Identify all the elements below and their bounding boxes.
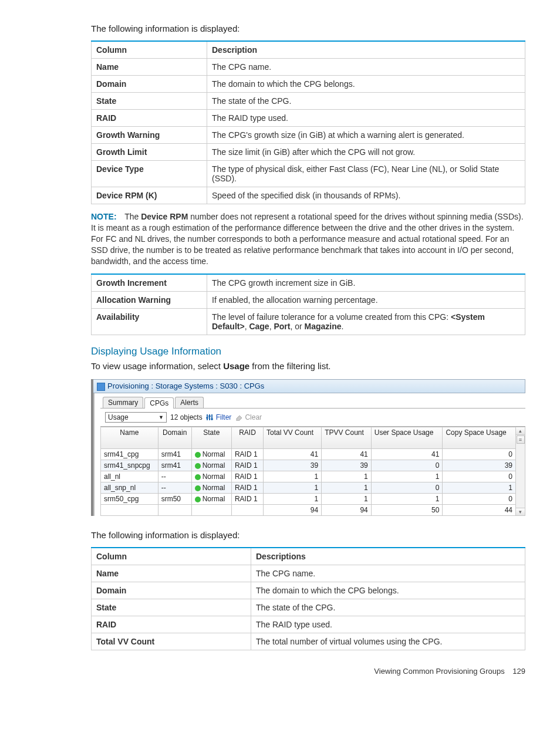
status-dot-icon	[195, 497, 201, 502]
tab-summary[interactable]: Summary	[103, 397, 143, 408]
window-title-bar: Provisioning : Storage Systems : S030 : …	[93, 379, 525, 393]
totals-row: 94 94 50 44	[101, 505, 516, 516]
tab-alerts[interactable]: Alerts	[175, 397, 204, 408]
table-row: Device TypeThe type of physical disk, ei…	[92, 161, 525, 187]
table-row[interactable]: all_snp_nl -- Normal RAID 1 1 1 0 1	[101, 482, 516, 494]
usage-instruction: To view usage information, select Usage …	[91, 361, 525, 371]
status-dot-icon	[195, 452, 201, 458]
svg-marker-6	[237, 416, 242, 421]
column-header-user-space[interactable]: User Space Usage	[371, 427, 443, 449]
column-header-domain[interactable]: Domain	[158, 427, 191, 449]
table-row: StateThe state of the CPG.	[92, 93, 525, 110]
page-footer: Viewing Common Provisioning Groups 129	[91, 667, 525, 676]
table-row: RAIDThe RAID type used.	[92, 110, 525, 127]
svg-rect-1	[209, 414, 210, 420]
table-row[interactable]: srm41_snpcpg srm41 Normal RAID 1 39 39 0…	[101, 460, 516, 471]
status-dot-icon	[195, 463, 201, 469]
vertical-scrollbar[interactable]: ▴ ≡ ▾	[516, 427, 525, 516]
toolbar: Usage ▼ 12 objects Filter Clear	[100, 408, 525, 427]
tab-cpgs[interactable]: CPGs	[144, 397, 174, 409]
scroll-thumb[interactable]: ≡	[517, 436, 525, 444]
table-row: NameThe CPG name.	[92, 565, 525, 582]
table-row: Total VV CountThe total number of virtua…	[92, 633, 525, 650]
column-header-total-vv[interactable]: Total VV Count	[264, 427, 322, 449]
clear-button[interactable]: Clear	[235, 413, 262, 421]
column-header-copy-space[interactable]: Copy Space Usage	[443, 427, 516, 449]
object-count-label: 12 objects	[170, 413, 203, 421]
table-row: DomainThe domain to which the CPG belong…	[92, 76, 525, 93]
chevron-down-icon: ▼	[158, 414, 164, 420]
intro-text-2: The following information is displayed:	[91, 530, 525, 540]
svg-rect-3	[206, 417, 208, 418]
table-header: Description	[207, 41, 525, 59]
filter-button[interactable]: Filter	[206, 413, 232, 421]
intro-text-1: The following information is displayed:	[91, 23, 525, 33]
table-header: Column	[92, 41, 207, 59]
page-number: 129	[512, 667, 525, 676]
usage-grid: Name Domain State RAID Total VV Count TP…	[100, 427, 516, 516]
table-row[interactable]: srm50_cpg srm50 Normal RAID 1 1 1 1 0	[101, 494, 516, 505]
status-dot-icon	[195, 485, 201, 491]
breadcrumb: Provisioning : Storage Systems : S030 : …	[107, 382, 264, 390]
table-row: DomainThe domain to which the CPG belong…	[92, 582, 525, 599]
table-header: Column	[92, 548, 251, 565]
column-header-tpvv[interactable]: TPVV Count	[322, 427, 372, 449]
footer-title: Viewing Common Provisioning Groups	[374, 667, 504, 676]
table-row: NameThe CPG name.	[92, 59, 525, 76]
scroll-down-icon[interactable]: ▾	[516, 508, 525, 515]
note-label: NOTE:	[91, 212, 117, 221]
table-row: Availability The level of failure tolera…	[92, 309, 525, 335]
tab-bar: Summary CPGs Alerts	[100, 397, 525, 409]
table-row: RAIDThe RAID type used.	[92, 616, 525, 633]
column-header-name[interactable]: Name	[101, 427, 158, 449]
table-row: Growth LimitThe size limit (in GiB) afte…	[92, 144, 525, 161]
table-row[interactable]: all_nl -- Normal RAID 1 1 1 1 0	[101, 471, 516, 482]
table-row: Allocation WarningIf enabled, the alloca…	[92, 292, 525, 309]
eraser-icon	[235, 414, 243, 421]
table-row: Device RPM (K)Speed of the specified dis…	[92, 187, 525, 204]
table-row: StateThe state of the CPG.	[92, 599, 525, 616]
table-header: Descriptions	[251, 548, 525, 565]
column-header-raid[interactable]: RAID	[231, 427, 263, 449]
column-description-table-1b: Growth IncrementThe CPG growth increment…	[91, 274, 525, 335]
table-row: Growth IncrementThe CPG growth increment…	[92, 274, 525, 292]
filter-icon	[206, 414, 214, 421]
svg-rect-5	[211, 418, 213, 420]
note-block: NOTE: The Device RPM number does not rep…	[91, 211, 525, 266]
column-description-table-2: Column Descriptions NameThe CPG name. Do…	[91, 547, 525, 650]
screenshot-panel: Provisioning : Storage Systems : S030 : …	[91, 379, 525, 516]
table-row[interactable]: srm41_cpg srm41 Normal RAID 1 41 41 41 0	[101, 449, 516, 460]
filter-dropdown[interactable]: Usage ▼	[105, 412, 167, 423]
table-row: Growth WarningThe CPG's growth size (in …	[92, 127, 525, 144]
scroll-up-icon[interactable]: ▴	[516, 427, 525, 435]
svg-rect-4	[208, 416, 211, 417]
dropdown-value: Usage	[108, 413, 129, 421]
column-header-state[interactable]: State	[191, 427, 231, 449]
window-icon	[97, 383, 105, 391]
status-dot-icon	[195, 474, 201, 480]
subheading-displaying-usage: Displaying Usage Information	[91, 346, 525, 357]
column-description-table-1: Column Description NameThe CPG name. Dom…	[91, 40, 525, 204]
